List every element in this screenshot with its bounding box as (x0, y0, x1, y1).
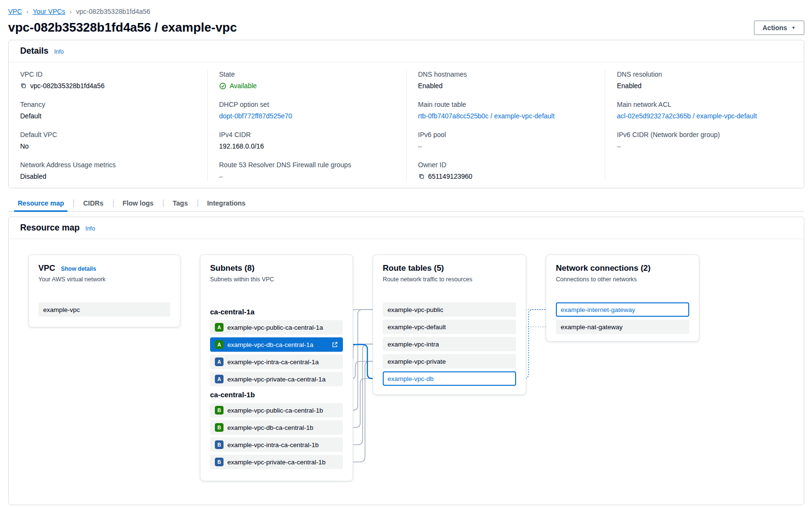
detail-field: IPv6 pool– (418, 130, 594, 151)
detail-field: Owner ID651149123960 (418, 161, 594, 181)
breadcrumb: VPC›Your VPCs›vpc-082b35328b1fd4a56 (0, 0, 812, 15)
breadcrumb-separator-icon: › (26, 8, 28, 15)
resource-map-body: VPC Show details Your AWS virtual networ… (9, 239, 804, 505)
item-label: example-vpc-intra-ca-central-1b (227, 441, 319, 449)
route-table-item[interactable]: example-vpc-private (383, 354, 516, 369)
route-table-item[interactable]: example-vpc-default (383, 320, 516, 334)
az-badge: A (215, 323, 224, 332)
subnets-card: Subnets (8) Subnets within this VPC ca-c… (200, 254, 353, 481)
detail-label: Route 53 Resolver DNS Firewall rule grou… (219, 161, 395, 169)
details-column: StateAvailableDHCP option setdopt-0bf772… (208, 70, 407, 181)
item-label: example-nat-gateway (561, 323, 623, 331)
tab-cidrs[interactable]: CIDRs (73, 195, 113, 211)
az-badge: A (215, 357, 224, 366)
route-table-item[interactable]: example-vpc-public (383, 302, 516, 317)
resource-map-info-link[interactable]: Info (85, 225, 95, 232)
item-label: example-vpc-db-ca-central-1b (227, 424, 313, 431)
show-details-link[interactable]: Show details (61, 265, 96, 272)
breadcrumb-item[interactable]: VPC (8, 8, 22, 15)
detail-value: Default (20, 111, 196, 121)
item-label: example-vpc-intra-ca-central-1a (227, 358, 319, 366)
subnet-item[interactable]: Bexample-vpc-intra-ca-central-1b (210, 438, 343, 452)
item-label: example-vpc-default (388, 323, 446, 331)
detail-label: DNS hostnames (418, 70, 594, 79)
detail-value: – (418, 141, 594, 151)
detail-value-text: 651149123960 (428, 172, 472, 181)
tab-tags[interactable]: Tags (163, 195, 198, 211)
route-table-item[interactable]: example-vpc-db (383, 371, 516, 386)
item-label: example-vpc-db-ca-central-1a (227, 341, 328, 348)
tabs: Resource mapCIDRsFlow logsTagsIntegratio… (8, 195, 804, 212)
detail-field: Main route tablertb-0fb7407a8cc525b0c / … (418, 100, 594, 121)
detail-field: Main network ACLacl-02e5d92327a2c365b / … (617, 100, 792, 121)
tab-resource-map[interactable]: Resource map (8, 195, 73, 211)
detail-value: vpc-082b35328b1fd4a56 (20, 81, 196, 91)
network-connection-item[interactable]: example-internet-gateway (556, 302, 689, 317)
actions-button[interactable]: Actions ▼ (754, 21, 804, 35)
subnet-item[interactable]: Aexample-vpc-public-ca-central-1a (210, 320, 343, 334)
copy-icon[interactable] (20, 82, 27, 89)
vpc-details-page: VPC›Your VPCs›vpc-082b35328b1fd4a56 vpc-… (0, 0, 812, 505)
item-label: example-vpc-public-ca-central-1a (227, 324, 323, 331)
item-label: example-vpc-private (388, 358, 446, 365)
subnet-item[interactable]: Aexample-vpc-private-ca-central-1a (210, 372, 343, 386)
az-badge: B (215, 440, 224, 449)
vpc-item-list: example-vpc (38, 302, 170, 317)
detail-label: Main network ACL (617, 100, 792, 109)
detail-label: DNS resolution (617, 70, 792, 79)
breadcrumb-item[interactable]: Your VPCs (33, 8, 65, 15)
vpc-item[interactable]: example-vpc (38, 302, 170, 317)
detail-label: Network Address Usage metrics (20, 161, 196, 169)
details-title: Details (20, 46, 48, 56)
details-panel: Details Info VPC IDvpc-082b35328b1fd4a56… (8, 40, 804, 188)
item-label: example-vpc-public (388, 306, 443, 313)
subnets-card-subtitle: Subnets within this VPC (210, 276, 343, 283)
detail-field: VPC IDvpc-082b35328b1fd4a56 (20, 70, 196, 91)
detail-link[interactable]: dopt-0bf772ff87d525e70 (219, 111, 292, 121)
details-info-link[interactable]: Info (54, 48, 64, 55)
network-connection-list: example-internet-gatewayexample-nat-gate… (556, 302, 689, 334)
item-label: example-vpc-private-ca-central-1a (227, 376, 326, 383)
az-badge: B (215, 458, 224, 466)
details-grid: VPC IDvpc-082b35328b1fd4a56TenancyDefaul… (9, 62, 804, 188)
detail-label: Default VPC (20, 130, 196, 139)
detail-link[interactable]: acl-02e5d92327a2c365b / example-vpc-defa… (617, 111, 757, 121)
status-text: Available (230, 81, 257, 91)
detail-link[interactable]: rtb-0fb7407a8cc525b0c / example-vpc-defa… (418, 111, 555, 121)
subnet-item[interactable]: Bexample-vpc-db-ca-central-1b (210, 420, 343, 435)
detail-field: StateAvailable (219, 70, 395, 91)
route-table-item[interactable]: example-vpc-intra (383, 337, 516, 351)
subnet-item[interactable]: Bexample-vpc-public-ca-central-1b (210, 403, 343, 417)
detail-field: DHCP option setdopt-0bf772ff87d525e70 (219, 100, 395, 121)
detail-value: 651149123960 (418, 172, 594, 181)
subnet-item[interactable]: Aexample-vpc-intra-ca-central-1a (210, 355, 343, 369)
route-tables-card: Route tables (5) Route network traffic t… (373, 254, 526, 395)
resource-map-title: Resource map (20, 223, 80, 233)
details-panel-header: Details Info (9, 40, 804, 62)
route-table-list: example-vpc-publicexample-vpc-defaultexa… (383, 302, 516, 386)
tab-flow-logs[interactable]: Flow logs (113, 195, 164, 211)
az-badge: A (215, 375, 224, 383)
actions-button-label: Actions (763, 24, 787, 32)
az-badge: A (215, 340, 224, 349)
detail-label: State (219, 70, 395, 79)
detail-field: Network Address Usage metricsDisabled (20, 161, 196, 181)
detail-value: No (20, 141, 196, 151)
item-label: example-vpc-intra (388, 341, 439, 348)
tab-integrations[interactable]: Integrations (198, 195, 255, 211)
breadcrumb-item: vpc-082b35328b1fd4a56 (76, 8, 150, 15)
external-link-icon[interactable] (331, 341, 338, 348)
network-connections-card: Network connections (2) Connections to o… (546, 254, 699, 342)
network-connection-item[interactable]: example-nat-gateway (556, 320, 689, 334)
detail-label: DHCP option set (219, 100, 395, 109)
detail-label: IPv6 CIDR (Network border group) (617, 130, 792, 139)
subnet-group: ca-central-1aAexample-vpc-public-ca-cent… (210, 307, 343, 386)
details-column: VPC IDvpc-082b35328b1fd4a56TenancyDefaul… (9, 70, 208, 181)
detail-value: Disabled (20, 172, 196, 181)
detail-field: DNS resolutionEnabled (617, 70, 792, 91)
detail-field: IPv4 CIDR192.168.0.0/16 (219, 130, 395, 151)
subnet-item[interactable]: Bexample-vpc-private-ca-central-1b (210, 455, 343, 469)
copy-icon[interactable] (418, 173, 425, 180)
detail-label: VPC ID (20, 70, 196, 79)
subnet-item[interactable]: Aexample-vpc-db-ca-central-1a (210, 337, 343, 352)
